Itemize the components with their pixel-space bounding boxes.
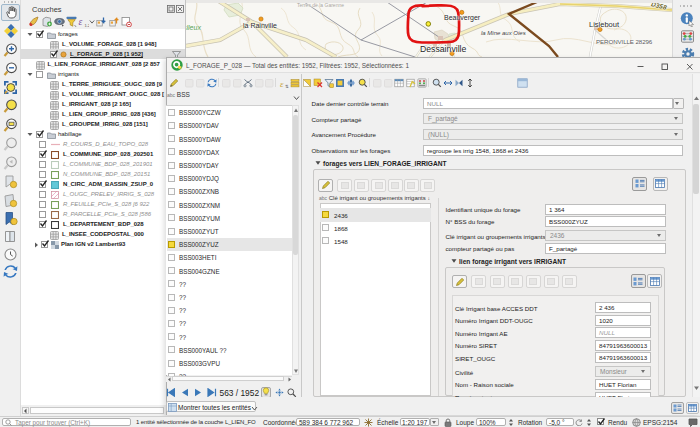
- svg-text:1,2: 1,2: [84, 23, 89, 28]
- svg-text:ε: ε: [78, 17, 82, 27]
- svg-text:ε: ε: [280, 78, 284, 88]
- svg-text:⇅: ⇅: [285, 83, 289, 88]
